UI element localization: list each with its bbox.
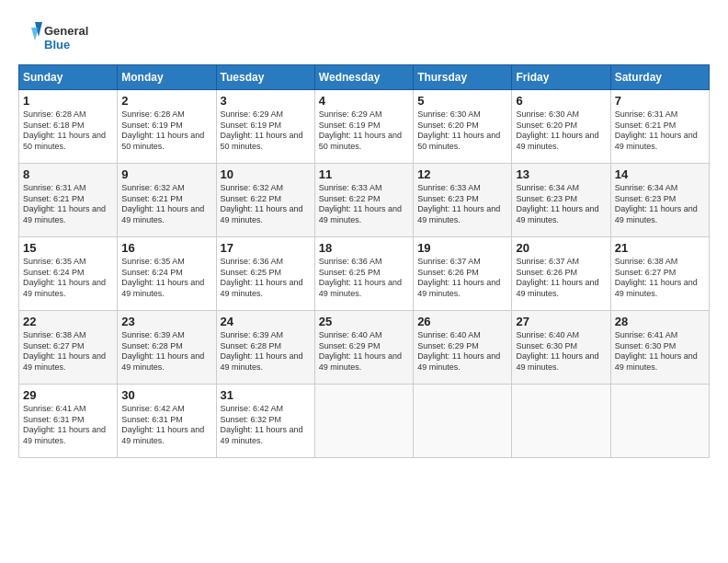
calendar-cell: 6Sunrise: 6:30 AMSunset: 6:20 PMDaylight… <box>512 90 610 164</box>
calendar-cell: 2Sunrise: 6:28 AMSunset: 6:19 PMDaylight… <box>118 90 216 164</box>
calendar-cell <box>414 385 512 458</box>
calendar-cell: 14Sunrise: 6:34 AMSunset: 6:23 PMDayligh… <box>610 164 709 237</box>
calendar-week-row: 15Sunrise: 6:35 AMSunset: 6:24 PMDayligh… <box>19 237 710 311</box>
calendar-cell: 30Sunrise: 6:42 AMSunset: 6:31 PMDayligh… <box>118 385 216 458</box>
day-number: 7 <box>615 94 705 108</box>
day-info: Sunrise: 6:36 AMSunset: 6:25 PMDaylight:… <box>221 257 311 300</box>
day-info: Sunrise: 6:31 AMSunset: 6:21 PMDaylight:… <box>615 109 705 153</box>
calendar-cell: 4Sunrise: 6:29 AMSunset: 6:19 PMDaylight… <box>314 90 413 164</box>
calendar-cell: 28Sunrise: 6:41 AMSunset: 6:30 PMDayligh… <box>610 311 709 385</box>
calendar-table: SundayMondayTuesdayWednesdayThursdayFrid… <box>18 64 710 458</box>
day-info: Sunrise: 6:29 AMSunset: 6:19 PMDaylight:… <box>319 109 409 153</box>
calendar-cell: 23Sunrise: 6:39 AMSunset: 6:28 PMDayligh… <box>118 311 216 385</box>
day-info: Sunrise: 6:37 AMSunset: 6:26 PMDaylight:… <box>516 257 606 300</box>
calendar-cell: 1Sunrise: 6:28 AMSunset: 6:18 PMDaylight… <box>19 90 118 164</box>
calendar-cell <box>314 385 413 458</box>
day-number: 15 <box>23 241 113 255</box>
calendar-cell: 19Sunrise: 6:37 AMSunset: 6:26 PMDayligh… <box>414 237 512 311</box>
day-info: Sunrise: 6:40 AMSunset: 6:29 PMDaylight:… <box>319 330 409 373</box>
day-info: Sunrise: 6:30 AMSunset: 6:20 PMDaylight:… <box>516 109 606 153</box>
calendar-cell <box>610 385 709 458</box>
day-info: Sunrise: 6:31 AMSunset: 6:21 PMDaylight:… <box>23 183 113 226</box>
calendar-cell: 27Sunrise: 6:40 AMSunset: 6:30 PMDayligh… <box>512 311 610 385</box>
day-number: 9 <box>121 167 211 181</box>
calendar-week-row: 22Sunrise: 6:38 AMSunset: 6:27 PMDayligh… <box>19 311 710 385</box>
day-number: 25 <box>319 315 409 328</box>
day-number: 30 <box>121 388 211 402</box>
calendar-week-row: 1Sunrise: 6:28 AMSunset: 6:18 PMDaylight… <box>19 90 710 164</box>
day-number: 8 <box>23 167 113 181</box>
day-number: 23 <box>121 315 211 328</box>
day-info: Sunrise: 6:32 AMSunset: 6:21 PMDaylight:… <box>121 183 211 226</box>
day-number: 14 <box>615 167 705 181</box>
day-number: 2 <box>121 94 211 108</box>
day-of-week-header: Sunday <box>19 65 118 90</box>
calendar-cell: 15Sunrise: 6:35 AMSunset: 6:24 PMDayligh… <box>19 237 118 311</box>
calendar-cell: 7Sunrise: 6:31 AMSunset: 6:21 PMDaylight… <box>610 90 709 164</box>
day-number: 3 <box>221 94 311 108</box>
day-number: 24 <box>221 315 311 328</box>
calendar-cell: 17Sunrise: 6:36 AMSunset: 6:25 PMDayligh… <box>216 237 314 311</box>
day-info: Sunrise: 6:35 AMSunset: 6:24 PMDaylight:… <box>121 257 211 300</box>
day-number: 13 <box>516 167 606 181</box>
calendar-cell: 24Sunrise: 6:39 AMSunset: 6:28 PMDayligh… <box>216 311 314 385</box>
calendar-cell: 25Sunrise: 6:40 AMSunset: 6:29 PMDayligh… <box>314 311 413 385</box>
day-number: 17 <box>221 241 311 255</box>
day-of-week-header: Wednesday <box>314 65 413 90</box>
day-of-week-header: Tuesday <box>216 65 314 90</box>
svg-text:General: General <box>44 24 88 38</box>
day-number: 18 <box>319 241 409 255</box>
day-info: Sunrise: 6:40 AMSunset: 6:30 PMDaylight:… <box>516 330 606 373</box>
day-info: Sunrise: 6:33 AMSunset: 6:22 PMDaylight:… <box>319 183 409 226</box>
calendar-cell: 21Sunrise: 6:38 AMSunset: 6:27 PMDayligh… <box>610 237 709 311</box>
calendar-cell: 5Sunrise: 6:30 AMSunset: 6:20 PMDaylight… <box>414 90 512 164</box>
day-info: Sunrise: 6:32 AMSunset: 6:22 PMDaylight:… <box>221 183 311 226</box>
calendar-cell: 10Sunrise: 6:32 AMSunset: 6:22 PMDayligh… <box>216 164 314 237</box>
day-info: Sunrise: 6:37 AMSunset: 6:26 PMDaylight:… <box>417 257 507 300</box>
page-header: General Blue <box>18 18 710 55</box>
day-of-week-header: Thursday <box>414 65 512 90</box>
day-info: Sunrise: 6:42 AMSunset: 6:31 PMDaylight:… <box>121 404 211 447</box>
day-info: Sunrise: 6:41 AMSunset: 6:30 PMDaylight:… <box>615 330 705 373</box>
calendar-cell: 29Sunrise: 6:41 AMSunset: 6:31 PMDayligh… <box>19 385 118 458</box>
logo-svg: General Blue <box>18 18 110 55</box>
day-info: Sunrise: 6:39 AMSunset: 6:28 PMDaylight:… <box>221 330 311 373</box>
calendar-cell: 11Sunrise: 6:33 AMSunset: 6:22 PMDayligh… <box>314 164 413 237</box>
svg-text:Blue: Blue <box>44 38 70 52</box>
calendar-cell: 9Sunrise: 6:32 AMSunset: 6:21 PMDaylight… <box>118 164 216 237</box>
day-number: 22 <box>23 315 113 328</box>
calendar-cell: 13Sunrise: 6:34 AMSunset: 6:23 PMDayligh… <box>512 164 610 237</box>
day-info: Sunrise: 6:33 AMSunset: 6:23 PMDaylight:… <box>417 183 507 226</box>
day-number: 28 <box>615 315 705 328</box>
calendar-cell: 3Sunrise: 6:29 AMSunset: 6:19 PMDaylight… <box>216 90 314 164</box>
day-number: 20 <box>516 241 606 255</box>
calendar-week-row: 8Sunrise: 6:31 AMSunset: 6:21 PMDaylight… <box>19 164 710 237</box>
calendar-cell <box>512 385 610 458</box>
calendar-cell: 8Sunrise: 6:31 AMSunset: 6:21 PMDaylight… <box>19 164 118 237</box>
logo: General Blue <box>18 18 110 55</box>
day-info: Sunrise: 6:38 AMSunset: 6:27 PMDaylight:… <box>615 257 705 300</box>
day-info: Sunrise: 6:39 AMSunset: 6:28 PMDaylight:… <box>121 330 211 373</box>
day-number: 4 <box>319 94 409 108</box>
day-number: 16 <box>121 241 211 255</box>
calendar-cell: 18Sunrise: 6:36 AMSunset: 6:25 PMDayligh… <box>314 237 413 311</box>
day-number: 12 <box>417 167 507 181</box>
calendar-cell: 16Sunrise: 6:35 AMSunset: 6:24 PMDayligh… <box>118 237 216 311</box>
calendar-cell: 20Sunrise: 6:37 AMSunset: 6:26 PMDayligh… <box>512 237 610 311</box>
day-number: 21 <box>615 241 705 255</box>
day-number: 29 <box>23 388 113 402</box>
day-number: 11 <box>319 167 409 181</box>
day-number: 10 <box>221 167 311 181</box>
day-number: 31 <box>221 388 311 402</box>
day-info: Sunrise: 6:35 AMSunset: 6:24 PMDaylight:… <box>23 257 113 300</box>
day-number: 27 <box>516 315 606 328</box>
day-info: Sunrise: 6:36 AMSunset: 6:25 PMDaylight:… <box>319 257 409 300</box>
day-info: Sunrise: 6:28 AMSunset: 6:18 PMDaylight:… <box>23 109 113 153</box>
calendar-cell: 22Sunrise: 6:38 AMSunset: 6:27 PMDayligh… <box>19 311 118 385</box>
day-info: Sunrise: 6:28 AMSunset: 6:19 PMDaylight:… <box>121 109 211 153</box>
day-info: Sunrise: 6:38 AMSunset: 6:27 PMDaylight:… <box>23 330 113 373</box>
day-number: 5 <box>417 94 507 108</box>
calendar-cell: 31Sunrise: 6:42 AMSunset: 6:32 PMDayligh… <box>216 385 314 458</box>
day-number: 6 <box>516 94 606 108</box>
day-of-week-header: Saturday <box>610 65 709 90</box>
